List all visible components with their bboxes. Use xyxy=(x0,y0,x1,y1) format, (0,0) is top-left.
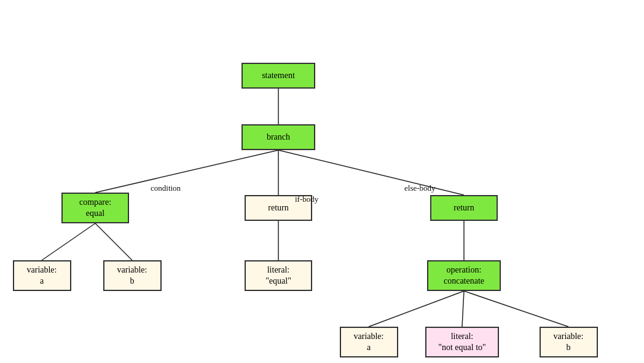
svg-line-4 xyxy=(42,223,95,260)
node-var_a1: variable:a xyxy=(13,260,71,291)
node-branch: branch xyxy=(242,124,315,150)
node-var_b1: variable:b xyxy=(103,260,162,291)
node-var_a2: variable:a xyxy=(340,327,398,357)
svg-line-3 xyxy=(278,150,464,195)
node-statement: statement xyxy=(242,63,315,89)
svg-line-9 xyxy=(462,291,464,327)
edge-label-else-body: else-body xyxy=(404,183,436,193)
node-literal_equal: literal:"equal" xyxy=(245,260,312,291)
tree-container: statementbranchcompare:equalreturnreturn… xyxy=(0,11,644,346)
node-compare: compare:equal xyxy=(61,193,129,223)
edge-label-if-body: if-body xyxy=(295,194,318,204)
svg-line-5 xyxy=(95,223,132,260)
node-op_concat: operation:concatenate xyxy=(427,260,501,291)
node-return_else: return xyxy=(430,195,498,221)
connector-lines xyxy=(0,11,644,346)
svg-line-1 xyxy=(95,150,278,193)
edge-label-condition: condition xyxy=(151,183,181,193)
node-var_b2: variable:b xyxy=(540,327,598,357)
node-literal_not: literal:"not equal to" xyxy=(425,327,499,357)
svg-line-10 xyxy=(464,291,568,327)
page-title xyxy=(0,0,644,11)
svg-line-8 xyxy=(369,291,464,327)
